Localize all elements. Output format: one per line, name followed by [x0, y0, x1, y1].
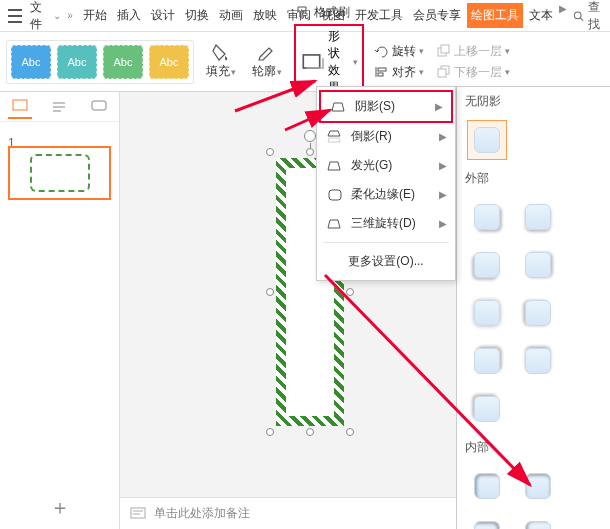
shadow-outer-2[interactable] — [518, 197, 558, 237]
style-preset-1[interactable]: Abc — [11, 45, 51, 79]
style-preset-4[interactable]: Abc — [149, 45, 189, 79]
shadow-outer-3[interactable] — [467, 245, 507, 285]
tabs-overflow-icon[interactable]: ▶ — [559, 3, 567, 28]
shadow-outer-9[interactable] — [467, 389, 507, 429]
slides-tab[interactable] — [8, 95, 32, 119]
slide-thumbnail-1[interactable] — [8, 146, 111, 200]
tab-design[interactable]: 设计 — [147, 3, 179, 28]
menu-item-reflection[interactable]: 倒影(R) ▶ — [317, 122, 455, 151]
bring-forward-button[interactable]: 上移一层▾ — [434, 42, 512, 61]
tab-drawing-tools[interactable]: 绘图工具 — [467, 3, 523, 28]
shape-effect-icon — [300, 50, 326, 73]
menu-item-3d-rotation[interactable]: 三维旋转(D) ▶ — [317, 209, 455, 238]
shadow-outer-4[interactable] — [518, 245, 558, 285]
add-slide-button[interactable]: ＋ — [50, 494, 70, 521]
gallery-section-none: 无阴影 — [457, 87, 610, 116]
send-backward-button[interactable]: 下移一层▾ — [434, 63, 512, 82]
menu-separator — [323, 242, 449, 243]
tab-member[interactable]: 会员专享 — [409, 3, 465, 28]
bring-forward-icon — [436, 44, 452, 58]
resize-handle-mr[interactable] — [346, 288, 354, 296]
shadow-inner-2[interactable] — [518, 466, 558, 506]
notes-icon — [130, 507, 146, 521]
svg-rect-7 — [378, 73, 383, 76]
shadow-outer-7[interactable] — [467, 341, 507, 381]
shadow-gallery: 无阴影 外部 内部 — [456, 86, 610, 529]
search-icon — [573, 9, 584, 23]
submenu-arrow-icon: ▶ — [439, 160, 447, 171]
tab-transition[interactable]: 切换 — [181, 3, 213, 28]
slide-panel-tabs — [0, 92, 119, 122]
menu-item-label: 发光(G) — [351, 157, 392, 174]
file-menu[interactable]: 文件 — [30, 0, 49, 33]
svg-line-1 — [580, 18, 583, 21]
tab-animation[interactable]: 动画 — [215, 3, 247, 28]
fill-icon — [211, 43, 231, 61]
thumbnail-content — [30, 154, 90, 192]
rotate-icon — [374, 44, 390, 58]
soft-edges-icon — [327, 188, 343, 202]
tab-start[interactable]: 开始 — [79, 3, 111, 28]
comments-tab[interactable] — [87, 95, 111, 119]
shadow-outer-6[interactable] — [518, 293, 558, 333]
search-box[interactable]: 查找 — [573, 0, 606, 33]
shadow-inner-1[interactable] — [467, 466, 507, 506]
format-painter-button[interactable]: 格式刷 — [294, 3, 364, 22]
rotation-handle[interactable] — [304, 130, 316, 142]
menu-item-glow[interactable]: 发光(G) ▶ — [317, 151, 455, 180]
outline-button[interactable]: 轮廓▾ — [248, 32, 286, 91]
shadow-outer-8[interactable] — [518, 341, 558, 381]
shadow-none[interactable] — [467, 120, 507, 160]
shape-effect-menu: 阴影(S) ▶ 倒影(R) ▶ 发光(G) ▶ 柔化边缘(E) ▶ 三维旋转(D… — [316, 86, 456, 281]
submenu-arrow-icon: ▶ — [439, 131, 447, 142]
align-button[interactable]: 对齐▾ — [372, 63, 426, 82]
menu-item-shadow[interactable]: 阴影(S) ▶ — [319, 90, 453, 123]
outline-view-icon — [51, 100, 67, 114]
tab-text[interactable]: 文本 — [525, 3, 557, 28]
chevron-down-icon: ⌄ — [53, 10, 61, 21]
resize-handle-tl[interactable] — [266, 148, 274, 156]
shadow-inner-4[interactable] — [518, 514, 558, 529]
svg-point-0 — [574, 11, 581, 18]
resize-handle-br[interactable] — [346, 428, 354, 436]
format-painter-icon — [296, 5, 312, 19]
glow-icon — [327, 159, 343, 173]
reflection-icon — [327, 130, 343, 144]
hamburger-icon[interactable] — [8, 9, 22, 23]
overflow-icon[interactable]: » — [67, 10, 73, 21]
tab-insert[interactable]: 插入 — [113, 3, 145, 28]
send-backward-label: 下移一层 — [454, 64, 502, 81]
svg-rect-18 — [131, 508, 145, 518]
fill-button[interactable]: 填充▾ — [202, 32, 240, 91]
style-preset-3[interactable]: Abc — [103, 45, 143, 79]
gallery-section-inner: 内部 — [457, 433, 610, 462]
gallery-section-outer: 外部 — [457, 164, 610, 193]
menu-item-soft-edges[interactable]: 柔化边缘(E) ▶ — [317, 180, 455, 209]
submenu-arrow-icon: ▶ — [439, 189, 447, 200]
comment-icon — [91, 100, 107, 114]
svg-rect-17 — [329, 190, 341, 200]
tab-slideshow[interactable]: 放映 — [249, 3, 281, 28]
menu-more-settings[interactable]: 更多设置(O)... — [317, 247, 455, 276]
shadow-outer-1[interactable] — [467, 197, 507, 237]
search-label: 查找 — [588, 0, 606, 33]
outline-tab[interactable] — [47, 95, 71, 119]
resize-handle-bl[interactable] — [266, 428, 274, 436]
slide-thumbnails: 1 — [0, 122, 119, 210]
resize-handle-ml[interactable] — [266, 288, 274, 296]
resize-handle-bm[interactable] — [306, 428, 314, 436]
menu-item-label: 三维旋转(D) — [351, 215, 416, 232]
shadow-outer-5[interactable] — [467, 293, 507, 333]
layer-group: 上移一层▾ 下移一层▾ — [434, 42, 512, 82]
submenu-arrow-icon: ▶ — [435, 101, 443, 112]
send-backward-icon — [436, 65, 452, 79]
style-preset-2[interactable]: Abc — [57, 45, 97, 79]
svg-rect-11 — [438, 69, 446, 77]
shadow-inner-3[interactable] — [467, 514, 507, 529]
rotate-button[interactable]: 旋转▾ — [372, 42, 426, 61]
svg-rect-2 — [303, 55, 319, 68]
resize-handle-tm[interactable] — [306, 148, 314, 156]
slide-panel: 1 ＋ — [0, 92, 120, 529]
rotate-label: 旋转 — [392, 43, 416, 60]
shape-styles-gallery[interactable]: Abc Abc Abc Abc — [6, 40, 194, 84]
